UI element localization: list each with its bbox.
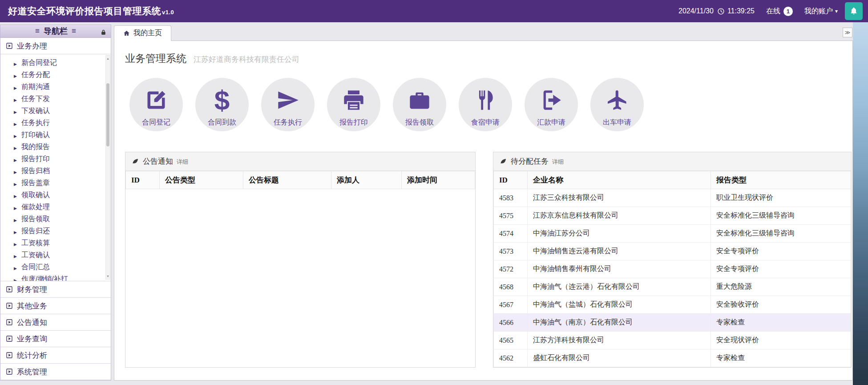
- column-header: 添加人: [331, 171, 402, 189]
- sidebar-item[interactable]: 报告领取: [14, 213, 111, 225]
- column-header: ID: [126, 171, 160, 189]
- sidebar-item[interactable]: 催款处理: [14, 201, 111, 213]
- notice-detail-link[interactable]: 详细: [177, 158, 188, 166]
- sidebar-item[interactable]: 前期沟通: [14, 81, 111, 93]
- table-row[interactable]: 4568 中海油气（连云港）石化有限公司 重大危险源: [494, 278, 851, 296]
- notifications-button[interactable]: [845, 2, 863, 20]
- shortcut-report-print[interactable]: 报告打印: [327, 78, 380, 131]
- sidebar-item[interactable]: 报告打印: [14, 153, 111, 165]
- lock-icon[interactable]: [101, 29, 106, 36]
- scroll-up-icon[interactable]: ▲: [106, 56, 110, 61]
- scrollbar-thumb[interactable]: [106, 83, 109, 146]
- sidebar-section[interactable]: 系统管理: [0, 364, 111, 380]
- app-version: v1.0: [162, 9, 174, 16]
- page-title: 业务管理系统: [125, 52, 186, 65]
- caret-right-icon: [14, 263, 21, 272]
- sidebar-item[interactable]: 领取确认: [14, 189, 111, 201]
- scroll-down-icon[interactable]: ▼: [106, 273, 110, 279]
- sidebar-item-label: 任务下发: [21, 94, 50, 104]
- shortcut-meal-lodging[interactable]: 食宿申请: [459, 78, 512, 131]
- sidebar-item[interactable]: 合同汇总: [14, 261, 111, 273]
- current-date: 2024/11/30: [678, 7, 714, 15]
- shortcut-label: 报告打印: [327, 118, 380, 127]
- task-report-type: 安全现状评价: [711, 332, 851, 349]
- sidebar-section-label: 其他业务: [17, 301, 47, 311]
- sidebar-scrollbar[interactable]: ▲ ▼: [105, 55, 110, 280]
- sidebar-section-label: 公告通知: [17, 317, 47, 328]
- sidebar-item[interactable]: 报告盖章: [14, 177, 111, 189]
- sidebar-item[interactable]: 工资确认: [14, 249, 111, 261]
- table-row[interactable]: 4572 中海油销售泰州有限公司 安全专项评价: [494, 260, 851, 278]
- sidebar-item[interactable]: 下发确认: [14, 105, 111, 117]
- shortcut-contract-register[interactable]: 合同登记: [129, 78, 183, 131]
- account-menu[interactable]: 我的账户 ▾: [804, 7, 838, 16]
- briefcase-icon: [408, 89, 431, 112]
- sidebar-item[interactable]: 作废/撤销/补打: [14, 273, 111, 281]
- table-row[interactable]: 4583 江苏三众科技有限公司 职业卫生现状评价: [494, 189, 851, 207]
- caret-right-icon: [14, 276, 21, 282]
- task-detail-link[interactable]: 详细: [552, 158, 564, 166]
- shortcut-task-execute[interactable]: 任务执行: [261, 78, 315, 131]
- content-title-row: 业务管理系统 江苏好道商务科技有限责任公司: [125, 52, 852, 65]
- task-report-type: 安全标准化三级辅导咨询: [711, 207, 851, 225]
- sidebar-section[interactable]: 财务管理: [0, 281, 111, 298]
- printer-icon: [342, 89, 365, 112]
- sidebar-item[interactable]: 我的报告: [14, 141, 111, 153]
- topbar-right: 2024/11/30 11:39:25 在线 1 我的账户 ▾: [678, 2, 863, 20]
- shortcut-label: 报告领取: [393, 118, 446, 127]
- table-row[interactable]: 4573 中海油销售连云港有限公司 安全专项评价: [494, 243, 851, 260]
- online-count-badge: 1: [783, 7, 793, 16]
- section-icon: [6, 352, 13, 359]
- account-menu-label: 我的账户: [804, 7, 833, 16]
- table-row[interactable]: 4562 盛虹石化有限公司 专家检查: [494, 349, 851, 367]
- table-row[interactable]: 4575 江苏京东信息科技有限公司 安全标准化三级辅导咨询: [494, 207, 851, 225]
- sidebar-item-label: 新合同登记: [21, 58, 57, 68]
- caret-right-icon: [14, 83, 21, 91]
- caret-right-icon: [14, 251, 21, 259]
- sidebar-item[interactable]: 报告归还: [14, 225, 111, 237]
- sidebar-section-label: 财务管理: [17, 284, 47, 295]
- notice-panel-header: 公告通知 详细: [125, 152, 475, 171]
- shortcut-label: 合同登记: [129, 118, 183, 127]
- sidebar-item[interactable]: 工资核算: [14, 237, 111, 249]
- sidebar-item[interactable]: 打印确认: [14, 129, 111, 141]
- sidebar-item[interactable]: 报告归档: [14, 165, 111, 177]
- sidebar-item[interactable]: 任务执行: [14, 117, 111, 129]
- sidebar-section[interactable]: 业务查询: [0, 331, 111, 347]
- caret-right-icon: [14, 131, 21, 139]
- shortcut-contract-payment[interactable]: $ 合同到款: [195, 78, 249, 131]
- task-id: 4568: [494, 278, 528, 296]
- notice-empty-area: [125, 189, 475, 272]
- task-id: 4574: [494, 225, 528, 243]
- table-row[interactable]: 4566 中海油气（南京）石化有限公司 专家检查: [494, 314, 851, 332]
- sidebar-item-label: 报告归还: [21, 227, 50, 236]
- task-id: 4567: [494, 296, 528, 314]
- shortcut-remittance[interactable]: 汇款申请: [525, 78, 578, 131]
- task-company: 江苏三众科技有限公司: [528, 189, 711, 207]
- task-company: 中海油销售泰州有限公司: [528, 260, 711, 278]
- tab-collapse-button[interactable]: ≫: [843, 28, 852, 37]
- tab-home[interactable]: 我的主页: [114, 25, 171, 41]
- caret-right-icon: [14, 119, 21, 127]
- sidebar-item-label: 下发确认: [21, 106, 50, 116]
- sidebar-item[interactable]: 新合同登记: [14, 57, 111, 69]
- task-company: 中海油气（连云港）石化有限公司: [528, 278, 711, 296]
- sidebar-section-business[interactable]: 业务办理: [0, 38, 111, 54]
- sidebar-item[interactable]: 任务下发: [14, 93, 111, 105]
- sidebar-header[interactable]: ≡ 导航栏 ≡: [0, 25, 111, 38]
- shortcut-vehicle[interactable]: 出车申请: [590, 78, 644, 131]
- table-row[interactable]: 4574 中海油江苏分公司 安全标准化三级辅导咨询: [494, 225, 851, 243]
- sidebar-item[interactable]: 任务分配: [14, 69, 111, 81]
- sidebar-section[interactable]: 其他业务: [0, 298, 111, 314]
- sidebar-item-label: 报告领取: [21, 215, 50, 224]
- table-row[interactable]: 4567 中海油气（盐城）石化有限公司 安全验收评价: [494, 296, 851, 314]
- sidebar-section[interactable]: 公告通知: [0, 314, 111, 331]
- plane-icon: [606, 89, 629, 112]
- shortcut-label: 食宿申请: [459, 118, 512, 127]
- sidebar-section[interactable]: 统计分析: [0, 347, 111, 364]
- table-row[interactable]: 4565 江苏方洋科技有限公司 安全现状评价: [494, 332, 851, 349]
- section-icon: [6, 42, 13, 49]
- panel-title: 待分配任务: [511, 156, 549, 166]
- current-time: 11:39:25: [727, 7, 755, 15]
- shortcut-report-pickup[interactable]: 报告领取: [393, 78, 446, 131]
